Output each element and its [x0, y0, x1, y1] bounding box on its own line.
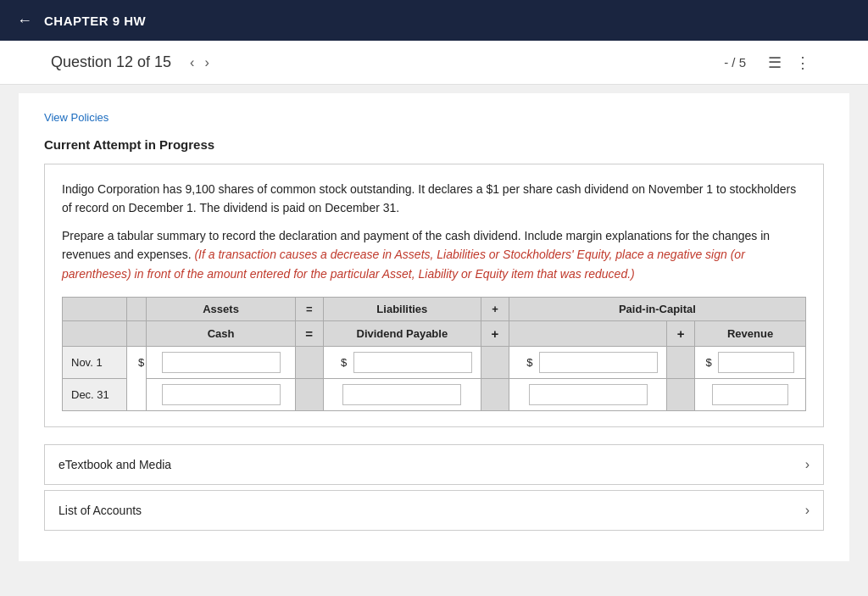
list-of-accounts-label: List of Accounts	[58, 504, 142, 517]
dec31-plus	[481, 378, 509, 410]
tabular-summary-table: Assets = Liabilities + Paid-in-Capital C…	[62, 297, 806, 411]
dec31-equity-cell	[509, 378, 667, 410]
dollar-empty	[127, 297, 147, 320]
nov1-cash-cell	[147, 346, 296, 378]
table-row: Dec. 31	[63, 378, 806, 410]
score-label: - / 5	[724, 55, 746, 70]
more-options-button[interactable]: ⋮	[788, 50, 817, 75]
list-of-accounts-button[interactable]: List of Accounts ›	[44, 490, 824, 531]
liabilities-header: Liabilities	[323, 297, 481, 320]
chevron-down-icon-2: ›	[805, 503, 810, 518]
plus-operator-2: +	[481, 320, 509, 346]
dec31-revenue-cell	[695, 378, 806, 410]
nov1-revenue-cell: $	[695, 346, 806, 378]
nov1-equals	[295, 346, 323, 378]
dec31-dividend-cell	[323, 378, 481, 410]
back-button[interactable]: ←	[17, 12, 32, 30]
dec31-plus-2	[667, 378, 695, 410]
dec31-dollar-empty	[127, 378, 147, 410]
attempt-status: Current Attempt in Progress	[44, 137, 824, 152]
nov1-equity-input[interactable]	[539, 352, 658, 373]
prev-question-button[interactable]: ‹	[185, 52, 199, 74]
date-header-empty	[63, 297, 127, 320]
dec31-dividend-input[interactable]	[342, 384, 461, 405]
paid-in-capital-blank-header	[509, 320, 667, 346]
plus-operator-3: +	[667, 320, 695, 346]
nov1-plus-2	[667, 346, 695, 378]
nov1-dividend-input[interactable]	[353, 352, 472, 373]
dec31-cash-cell	[147, 378, 296, 410]
cash-header: Cash	[147, 320, 296, 346]
equals-operator-2: =	[295, 320, 323, 346]
chapter-title: CHAPTER 9 HW	[44, 14, 146, 28]
table-row: Nov. 1 $ $ $	[63, 346, 806, 378]
chevron-down-icon: ›	[805, 457, 810, 472]
etextbook-media-button[interactable]: eTextbook and Media ›	[44, 444, 824, 485]
bottom-buttons-container: eTextbook and Media › List of Accounts ›	[44, 444, 824, 531]
list-icon-button[interactable]: ☰	[761, 50, 788, 75]
dec31-equals	[295, 378, 323, 410]
dec31-date: Dec. 31	[63, 378, 127, 410]
nov1-equity-cell: $	[509, 346, 667, 378]
question-text-1: Indigo Corporation has 9,100 shares of c…	[62, 180, 806, 218]
nov1-dividend-cell: $	[323, 346, 481, 378]
dividend-payable-header: Dividend Payable	[323, 320, 481, 346]
dec31-revenue-input[interactable]	[712, 384, 788, 405]
etextbook-media-label: eTextbook and Media	[58, 458, 171, 471]
question-box: Indigo Corporation has 9,100 shares of c…	[44, 164, 824, 427]
question-text-2: Prepare a tabular summary to record the …	[62, 226, 806, 283]
dollar-sub-empty	[127, 320, 147, 346]
date-sub-empty	[63, 320, 127, 346]
paid-in-capital-header: Paid-in-Capital	[509, 297, 805, 320]
plus-operator-1: +	[481, 297, 509, 320]
nov1-revenue-input[interactable]	[718, 352, 794, 373]
nov1-dollar-1: $	[127, 346, 147, 378]
nov1-plus	[481, 346, 509, 378]
nov1-cash-input[interactable]	[162, 352, 281, 373]
dec31-equity-input[interactable]	[529, 384, 648, 405]
nov1-date: Nov. 1	[63, 346, 127, 378]
next-question-button[interactable]: ›	[199, 52, 214, 74]
equals-operator-1: =	[295, 297, 323, 320]
assets-header: Assets	[147, 297, 296, 320]
view-policies-link[interactable]: View Policies	[44, 111, 108, 124]
revenue-header: Revenue	[695, 320, 806, 346]
question-counter: Question 12 of 15	[51, 53, 171, 71]
dec31-cash-input[interactable]	[162, 384, 281, 405]
